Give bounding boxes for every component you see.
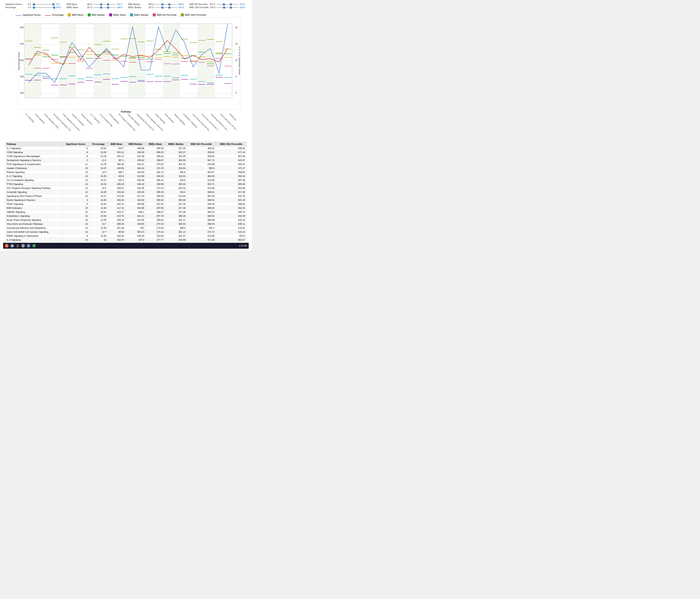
svg-rect-20 [163,24,180,98]
pathway-name-cell: PI3K Signaling in B Lymphocytes [5,162,62,166]
data-cell: 273.14 [146,186,165,190]
data-cell: 10.64 [89,146,108,150]
data-cell: 425.04 [108,190,125,194]
slider-thumb-left[interactable] [33,6,35,8]
data-cell: 288.07 [146,210,165,214]
data-cell: 408.04 [187,206,216,210]
slider-track[interactable] [32,4,55,5]
data-cell: 384.23 [125,230,145,234]
data-cell: 15 [62,210,89,214]
taskbar-icon-settings[interactable]: ⚙ [21,244,25,248]
slider-track[interactable] [32,7,55,8]
slider-thumb-right[interactable] [230,3,232,5]
table-row: Germ Cell-Sertoli Cell Junction Signalin… [5,230,247,234]
col-header-bmd-median: BMD Median [125,142,145,146]
taskbar-icon-app2[interactable]: B [32,244,36,248]
data-cell: 315.29 [165,154,187,158]
slider-bmdl-mean: BMDL Mean 267.0 338.0 [67,6,124,8]
slider-thumb-right[interactable] [107,3,109,5]
slider-val-left: 384.0 [148,3,154,5]
data-cell: 310.4 [165,190,187,194]
slider-thumb-right[interactable] [168,3,170,5]
data-cell: 16.07 [89,166,108,170]
data-cell: 299.81 [146,218,165,222]
taskbar-icon-app1[interactable]: A [27,244,30,248]
slider-track[interactable] [154,7,178,8]
data-cell: 501.49 [216,198,247,202]
data-cell: 473.17 [216,166,247,170]
data-cell: 303.32 [165,186,187,190]
slider-thumb-right[interactable] [107,6,109,8]
svg-text:18: 18 [235,43,238,45]
data-cell: 270.02 [146,162,165,166]
data-cell: 428.33 [108,218,125,222]
table-row: Endothelin-1 Signaling2215.94419.76432.2… [5,214,247,218]
slider-thumb-right[interactable] [53,6,55,8]
slider-track[interactable] [154,4,178,5]
slider-thumb-right[interactable] [168,6,170,8]
pathway-name-cell: HMGB1 Signaling [5,210,62,214]
data-cell: 12.7 [89,230,108,234]
slider-thumb-left[interactable] [33,3,35,5]
slider-track[interactable] [93,7,117,8]
slider-thumb-left[interactable] [161,3,164,5]
slider-track[interactable] [216,7,239,8]
data-cell: 396.81 [187,190,216,194]
data-cell: 413.56 [187,234,216,238]
col-header-bmd-5th: BMD 5th Percentile [187,142,216,146]
data-cell: 294.92 [146,146,165,150]
data-cell: 462.25 [216,206,247,210]
data-cell: 15.09 [89,150,108,154]
slider-track[interactable] [93,4,117,5]
legend-label-sig-genes: Significant Genes [23,14,41,16]
slider-significant-genes: Significant Genes 5.0 37.0 [5,3,62,5]
sliders-section: Significant Genes 5.0 37.0 BMD Mean 384.… [3,2,249,10]
slider-thumb-left[interactable] [100,3,102,5]
data-cell: 408.61 [187,198,216,202]
slider-val-left: 267.0 [148,6,154,8]
data-cell: 9 [62,202,89,206]
legend-box-bmd-10th [181,14,184,16]
data-cell: 287.82 [146,206,165,210]
table-row: Ceramide Signaling1014.08425.04425.06289… [5,190,247,194]
slider-thumb-left[interactable] [223,6,225,8]
taskbar-icon-terminal[interactable]: ❯ [16,244,20,248]
taskbar-icon-folder[interactable]: 📁 [10,244,14,248]
legend-line-sig-genes [16,15,22,16]
pathway-name-cell: Relaxin Signaling [5,170,62,174]
pathway-name-cell: IL-17 Signaling [5,174,62,178]
data-cell: 395.99 [187,218,216,222]
data-cell: 382.82 [187,214,216,218]
legend-item-bmd-median: BMD Median [88,14,105,16]
table-row: 14-3-3-mediated Signaling1313.27432.4432… [5,178,247,182]
slider-thumb-left[interactable] [100,6,102,8]
data-cell: 14.29 [89,154,108,158]
legend-label-bmdl-median: BMDL Median [134,14,149,16]
data-cell: 428.09 [125,222,145,226]
table-row: Virus Entry via Endocytic Pathways1013.7… [5,222,247,226]
taskbar-icon-firefox[interactable]: 🦊 [5,244,8,248]
legend-item-bmd-5th: BMD 5th Percentile [153,14,177,16]
legend-item-bmd-mean: BMD Mean [68,14,83,16]
slider-thumb-left[interactable] [223,3,225,5]
data-cell: 447 [125,226,145,230]
data-cell: 417.14 [125,194,145,198]
data-cell: 438.26 [125,234,145,238]
slider-thumb-left[interactable] [161,6,164,8]
slider-thumb-right[interactable] [230,6,232,8]
slider-thumb-right[interactable] [52,3,54,5]
slider-track[interactable] [216,4,239,5]
svg-text:Benchmark Dose: Benchmark Dose [18,52,20,70]
data-cell: 432.4 [108,178,125,182]
data-cell: 503.5 [216,234,247,238]
col-header-bmdl-median: BMDL Median [165,142,187,146]
data-cell: 12.39 [89,226,108,230]
data-cell: 517.92 [216,190,247,194]
svg-text:500: 500 [20,43,24,45]
data-cell: 431.45 [125,186,145,190]
data-cell: 310.66 [146,234,165,238]
data-cell: 418.76 [108,238,125,242]
data-cell: 317.48 [165,210,187,214]
data-cell: 324.9 [165,178,187,182]
legend-label-percentage: Percentage [52,14,64,16]
